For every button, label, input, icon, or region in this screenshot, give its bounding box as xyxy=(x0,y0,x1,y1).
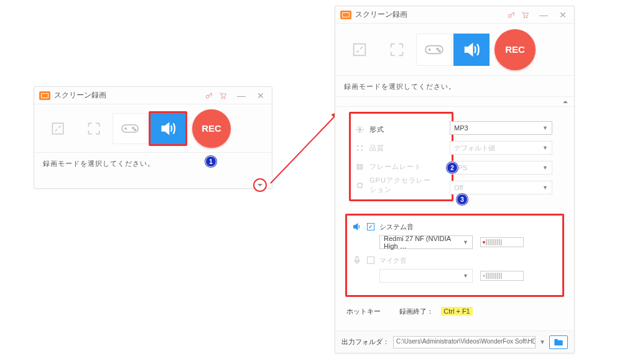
svg-rect-21 xyxy=(358,183,362,188)
mic-audio-row: ✓ マイク音 xyxy=(352,255,557,265)
key-icon[interactable] xyxy=(507,11,517,19)
system-device-value: Redmi 27 NF (NVIDIA High … xyxy=(384,235,463,250)
chevron-down-icon: ▼ xyxy=(542,184,548,191)
mic-level-meter xyxy=(480,271,524,281)
audio-mode-highlight xyxy=(149,111,187,146)
sliders-icon xyxy=(356,144,369,152)
svg-point-9 xyxy=(524,17,525,18)
svg-rect-22 xyxy=(356,257,358,261)
mode-fullscreen[interactable] xyxy=(77,113,111,144)
svg-point-0 xyxy=(206,95,209,98)
svg-point-19 xyxy=(361,149,363,150)
mode-game[interactable] xyxy=(416,34,452,66)
system-audio-controls: Redmi 27 NF (NVIDIA High … ▼ xyxy=(352,235,557,249)
svg-line-7 xyxy=(271,112,339,183)
minimize-icon[interactable]: — xyxy=(534,10,553,20)
collapse-bar[interactable] xyxy=(335,97,574,107)
mode-audio[interactable] xyxy=(151,113,185,144)
svg-point-5 xyxy=(132,127,134,128)
chevron-down-icon: ▼ xyxy=(463,239,468,245)
svg-rect-3 xyxy=(52,123,63,134)
instruction-text: 録画モードを選択してください。 xyxy=(34,153,272,175)
svg-point-14 xyxy=(439,50,440,52)
gpu-select: Off ▼ xyxy=(450,181,552,194)
svg-point-18 xyxy=(357,149,358,150)
format-select[interactable]: MP3 ▼ xyxy=(450,121,552,135)
marker-2: 2 xyxy=(447,162,458,173)
settings-panel-highlight: 形式 品質 フレームレート GPUアクセラレーション xyxy=(349,112,453,201)
hotkey-stop-label: 録画終了： xyxy=(399,307,434,315)
chevron-down-icon[interactable]: ▼ xyxy=(539,339,545,345)
logo-icon xyxy=(39,91,50,100)
mode-region[interactable] xyxy=(40,113,75,144)
titlebar-big: スクリーン録画 — ✕ xyxy=(335,6,574,24)
mic-device-select[interactable]: ▼ xyxy=(379,269,473,283)
mic-audio-controls: ▼ xyxy=(352,269,557,283)
setting-format: 形式 xyxy=(356,120,447,139)
titlebar-small: スクリーン録画 — ✕ xyxy=(34,87,272,104)
settings-selects: MP3 ▼ デフォルト値 ▼ FPS ▼ Off ▼ xyxy=(450,121,554,201)
svg-point-10 xyxy=(526,17,527,18)
chevron-down-icon: ▼ xyxy=(542,165,548,171)
cart-icon[interactable] xyxy=(521,11,531,19)
gear-icon xyxy=(356,125,369,134)
svg-point-17 xyxy=(361,145,363,147)
open-folder-button[interactable] xyxy=(549,335,568,349)
key-icon[interactable] xyxy=(205,91,215,100)
svg-point-13 xyxy=(437,48,439,50)
instruction-text-big: 録画モードを選択してください。 xyxy=(335,76,574,97)
mic-audio-label: マイク音 xyxy=(379,256,407,265)
system-audio-label: システム音 xyxy=(379,222,414,232)
svg-rect-20 xyxy=(357,164,363,169)
rec-button[interactable]: REC xyxy=(192,109,231,148)
svg-point-1 xyxy=(221,98,223,99)
svg-rect-4 xyxy=(122,125,138,132)
toolbar-small: REC xyxy=(34,104,272,153)
svg-point-15 xyxy=(359,128,361,130)
mode-region[interactable] xyxy=(341,34,378,66)
quality-select: デフォルト値 ▼ xyxy=(450,141,552,155)
chip-icon xyxy=(356,181,369,189)
close-icon[interactable]: ✕ xyxy=(254,91,267,101)
quality-value: デフォルト値 xyxy=(454,143,495,153)
mode-fullscreen[interactable] xyxy=(379,34,415,66)
chevron-down-icon: ▼ xyxy=(542,145,548,151)
system-audio-checkbox[interactable]: ✓ xyxy=(367,223,374,230)
svg-point-2 xyxy=(224,98,225,99)
output-row: 出力フォルダ： C:\Users\Administrator\Videos\Wo… xyxy=(335,330,574,353)
format-value: MP3 xyxy=(454,124,468,132)
svg-rect-12 xyxy=(425,45,443,53)
output-label: 出力フォルダ： xyxy=(341,337,389,347)
close-icon[interactable]: ✕ xyxy=(557,10,569,20)
system-device-select[interactable]: Redmi 27 NF (NVIDIA High … ▼ xyxy=(379,235,473,249)
rec-button[interactable]: REC xyxy=(494,29,536,70)
small-window: スクリーン録画 — ✕ REC 録画モードを選択してください。 xyxy=(34,86,272,189)
system-level-meter xyxy=(480,237,524,247)
setting-quality: 品質 xyxy=(356,139,447,157)
logo-icon xyxy=(340,11,351,19)
chevron-up-icon xyxy=(562,99,569,105)
format-label: 形式 xyxy=(369,125,438,134)
minimize-icon[interactable]: — xyxy=(232,91,251,101)
mode-audio[interactable] xyxy=(453,34,490,66)
system-audio-row: ✓ システム音 xyxy=(352,222,557,232)
speaker-icon xyxy=(352,222,362,232)
chevron-down-icon: ▼ xyxy=(463,273,468,279)
svg-rect-11 xyxy=(354,43,366,55)
app-title-big: スクリーン録画 xyxy=(355,9,407,20)
cart-icon[interactable] xyxy=(218,91,228,100)
svg-point-16 xyxy=(357,145,358,147)
mic-audio-checkbox[interactable]: ✓ xyxy=(367,257,374,264)
mode-game[interactable] xyxy=(113,113,147,144)
gpu-value: Off xyxy=(454,184,463,191)
framerate-label: フレームレート xyxy=(369,162,438,171)
output-path-field[interactable]: C:\Users\Administrator\Videos\WonderFox … xyxy=(393,336,536,348)
framerate-select: FPS ▼ xyxy=(450,161,552,175)
hotkey-title: ホットキー xyxy=(346,307,381,316)
expand-chevron-highlight[interactable] xyxy=(253,178,267,192)
setting-gpu: GPUアクセラレーション xyxy=(356,176,447,194)
toolbar-big: REC xyxy=(335,24,574,76)
audio-panel-highlight: ✓ システム音 Redmi 27 NF (NVIDIA High … ▼ ✓ マ… xyxy=(345,214,564,297)
setting-framerate: フレームレート xyxy=(356,157,447,176)
chevron-down-icon: ▼ xyxy=(542,125,548,131)
